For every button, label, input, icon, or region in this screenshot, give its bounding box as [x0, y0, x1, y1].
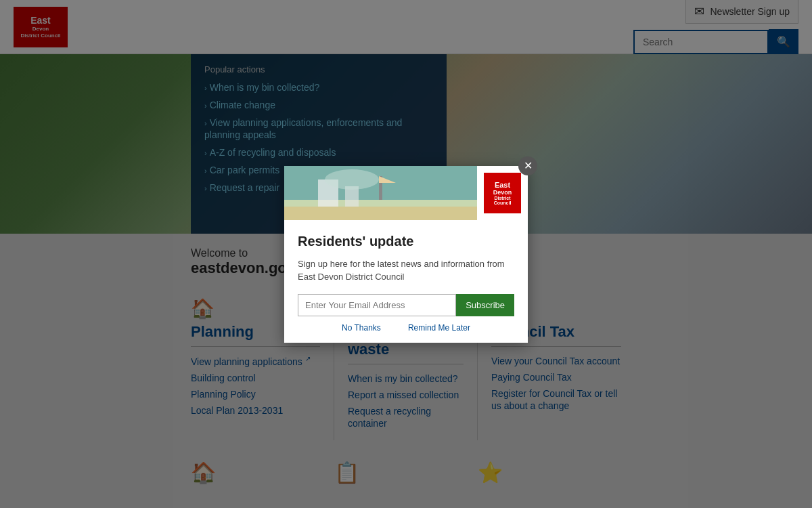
modal-logo-line3: District Council [486, 196, 519, 205]
modal-email-input[interactable] [298, 294, 456, 316]
modal-title: Residents' update [298, 234, 514, 249]
svg-point-5 [325, 169, 379, 190]
subscribe-button[interactable]: Subscribe [456, 294, 514, 316]
no-thanks-link[interactable]: No Thanks [342, 323, 381, 333]
svg-rect-2 [284, 207, 477, 220]
modal-logo: East Devon District Council [484, 173, 521, 213]
modal-logo-line2: Devon [493, 189, 512, 196]
modal-form: Subscribe [298, 294, 514, 316]
modal-header: East Devon District Council [284, 166, 528, 220]
remind-me-later-link[interactable]: Remind Me Later [408, 323, 470, 333]
modal-close-button[interactable]: ✕ [518, 156, 537, 175]
modal-footer-links: No Thanks Remind Me Later [298, 323, 514, 333]
modal-logo-line1: East [495, 181, 510, 189]
modal-header-image [284, 166, 477, 220]
modal-overlay[interactable]: ✕ East Devon D [0, 0, 812, 508]
modal-description: Sign up here for the latest news and inf… [298, 257, 514, 284]
modal-logo-section: East Devon District Council [477, 166, 528, 220]
residents-update-modal: ✕ East Devon D [284, 166, 528, 343]
modal-content: Residents' update Sign up here for the l… [284, 220, 528, 343]
